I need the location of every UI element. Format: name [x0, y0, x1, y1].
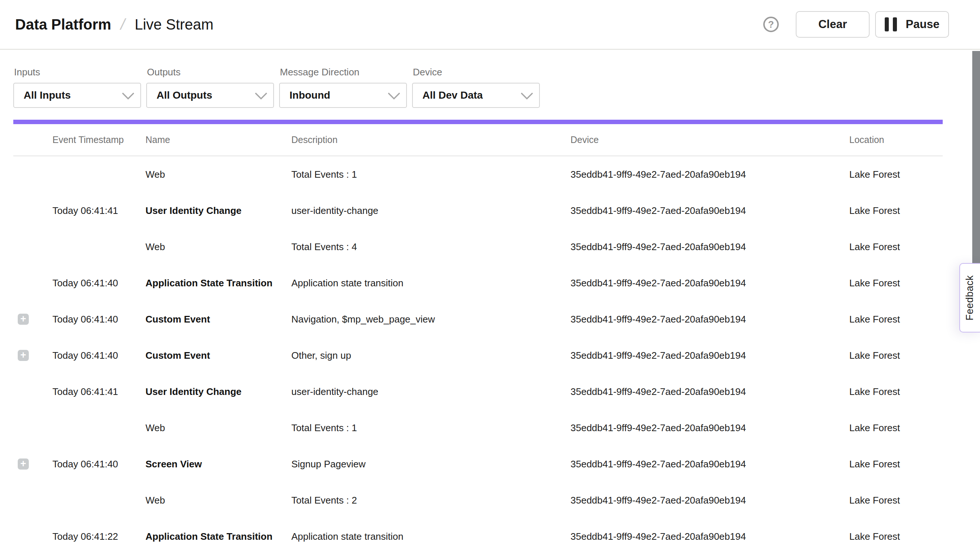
help-button[interactable]: ? — [763, 17, 779, 32]
chevron-down-icon — [521, 87, 533, 100]
expand-cell: + — [13, 495, 52, 506]
pause-button-label: Pause — [906, 18, 939, 31]
expand-cell: + — [13, 458, 52, 469]
events-table: Event Timestamp Name Description Device … — [13, 124, 943, 549]
events-table-header: Event Timestamp Name Description Device … — [13, 124, 943, 156]
column-header-event-timestamp: Event Timestamp — [52, 134, 145, 145]
event-location-cell: Lake Forest — [849, 531, 943, 543]
expand-cell: + — [13, 386, 52, 397]
expand-row-button[interactable]: + — [18, 314, 29, 325]
event-device-cell: 35eddb41-9ff9-49e2-7aed-20afa90eb194 — [571, 241, 849, 253]
event-description-cell: Total Events : 1 — [291, 422, 571, 434]
table-row[interactable]: + Web Total Events : 2 35eddb41-9ff9-49e… — [13, 482, 943, 518]
inputs-select[interactable]: All Inputs — [13, 83, 141, 108]
event-timestamp-cell: Today 06:41:40 — [52, 278, 145, 289]
event-name-cell: Application State Transition — [145, 278, 291, 289]
event-description-cell: Other, sign up — [291, 350, 571, 361]
column-header-device: Device — [571, 134, 849, 145]
pause-button[interactable]: Pause — [875, 11, 949, 38]
event-device-cell: 35eddb41-9ff9-49e2-7aed-20afa90eb194 — [571, 531, 849, 543]
expand-cell: + — [13, 205, 52, 216]
table-row[interactable]: + Today 06:41:41 User Identity Change us… — [13, 373, 943, 410]
expand-cell: + — [13, 241, 52, 252]
expand-cell: + — [13, 531, 52, 542]
event-name-cell: User Identity Change — [145, 205, 291, 217]
event-location-cell: Lake Forest — [849, 386, 943, 397]
event-description-cell: Navigation, $mp_web_page_view — [291, 314, 571, 325]
breadcrumb-live-stream: Live Stream — [135, 16, 213, 33]
clear-button-label: Clear — [818, 18, 847, 31]
table-row[interactable]: + Today 06:41:40 Custom Event Other, sig… — [13, 337, 943, 373]
filter-inputs: Inputs All Inputs — [13, 67, 141, 108]
event-device-cell: 35eddb41-9ff9-49e2-7aed-20afa90eb194 — [571, 386, 849, 397]
event-name-cell: User Identity Change — [145, 386, 291, 397]
expand-cell: + — [13, 169, 52, 180]
filter-device: Device All Dev Data — [412, 67, 540, 108]
expand-row-button[interactable]: + — [18, 458, 29, 469]
filter-bar: Inputs All Inputs Outputs All Outputs Me… — [0, 50, 980, 108]
plus-icon: + — [20, 458, 26, 469]
table-row[interactable]: + Web Total Events : 1 35eddb41-9ff9-49e… — [13, 156, 943, 193]
live-stream-indicator-bar — [13, 120, 943, 124]
message-direction-filter-label: Message Direction — [279, 67, 407, 78]
event-location-cell: Lake Forest — [849, 495, 943, 506]
plus-icon: + — [20, 350, 26, 360]
event-device-cell: 35eddb41-9ff9-49e2-7aed-20afa90eb194 — [571, 422, 849, 434]
event-timestamp-cell: Today 06:41:40 — [52, 458, 145, 470]
event-description-cell: Application state transition — [291, 531, 571, 543]
event-location-cell: Lake Forest — [849, 241, 943, 253]
event-device-cell: 35eddb41-9ff9-49e2-7aed-20afa90eb194 — [571, 350, 849, 361]
plus-icon: + — [20, 314, 26, 324]
chevron-down-icon — [255, 87, 267, 100]
table-row[interactable]: + Web Total Events : 4 35eddb41-9ff9-49e… — [13, 229, 943, 265]
device-select[interactable]: All Dev Data — [412, 83, 540, 108]
feedback-tab[interactable]: Feedback — [959, 263, 980, 332]
filter-message-direction: Message Direction Inbound — [279, 67, 407, 108]
outputs-select-value: All Outputs — [157, 89, 212, 101]
event-name-cell: Web — [145, 495, 291, 506]
table-row[interactable]: + Today 06:41:40 Application State Trans… — [13, 265, 943, 301]
live-stream-page: Data Platform / Live Stream ? Clear Paus… — [0, 0, 980, 549]
topbar: Data Platform / Live Stream ? Clear Paus… — [0, 0, 980, 50]
expand-row-button[interactable]: + — [18, 350, 29, 361]
pause-icon — [885, 18, 897, 31]
event-name-cell: Custom Event — [145, 350, 291, 361]
clear-button[interactable]: Clear — [796, 11, 870, 38]
event-description-cell: Signup Pageview — [291, 458, 571, 470]
event-name-cell: Custom Event — [145, 314, 291, 325]
event-timestamp-cell: Today 06:41:22 — [52, 531, 145, 543]
column-header-description: Description — [291, 134, 571, 145]
event-name-cell: Application State Transition — [145, 531, 291, 543]
breadcrumb: Data Platform / Live Stream — [15, 16, 213, 33]
scrollbar-thumb[interactable] — [972, 51, 980, 263]
chevron-down-icon — [122, 87, 134, 100]
event-description-cell: user-identity-change — [291, 205, 571, 217]
event-location-cell: Lake Forest — [849, 169, 943, 180]
event-location-cell: Lake Forest — [849, 422, 943, 434]
table-row[interactable]: + Today 06:41:22 Application State Trans… — [13, 518, 943, 549]
device-select-value: All Dev Data — [422, 89, 483, 101]
expand-cell: + — [13, 350, 52, 361]
event-description-cell: Application state transition — [291, 278, 571, 289]
event-description-cell: Total Events : 2 — [291, 495, 571, 506]
table-row[interactable]: + Today 06:41:41 User Identity Change us… — [13, 193, 943, 229]
outputs-select[interactable]: All Outputs — [146, 83, 274, 108]
event-location-cell: Lake Forest — [849, 205, 943, 217]
table-row[interactable]: + Today 06:41:40 Custom Event Navigation… — [13, 301, 943, 337]
event-device-cell: 35eddb41-9ff9-49e2-7aed-20afa90eb194 — [571, 278, 849, 289]
event-timestamp-cell: Today 06:41:41 — [52, 386, 145, 397]
breadcrumb-data-platform[interactable]: Data Platform — [15, 16, 111, 33]
event-timestamp-cell: Today 06:41:41 — [52, 205, 145, 217]
table-row[interactable]: + Web Total Events : 1 35eddb41-9ff9-49e… — [13, 410, 943, 446]
column-header-name: Name — [145, 134, 291, 145]
breadcrumb-separator: / — [119, 16, 127, 33]
event-device-cell: 35eddb41-9ff9-49e2-7aed-20afa90eb194 — [571, 495, 849, 506]
message-direction-select[interactable]: Inbound — [279, 83, 407, 108]
feedback-tab-label: Feedback — [964, 275, 975, 321]
events-table-body: + Web Total Events : 1 35eddb41-9ff9-49e… — [13, 156, 943, 549]
event-name-cell: Web — [145, 241, 291, 253]
event-description-cell: user-identity-change — [291, 386, 571, 397]
table-row[interactable]: + Today 06:41:40 Screen View Signup Page… — [13, 446, 943, 482]
event-location-cell: Lake Forest — [849, 350, 943, 361]
event-location-cell: Lake Forest — [849, 314, 943, 325]
